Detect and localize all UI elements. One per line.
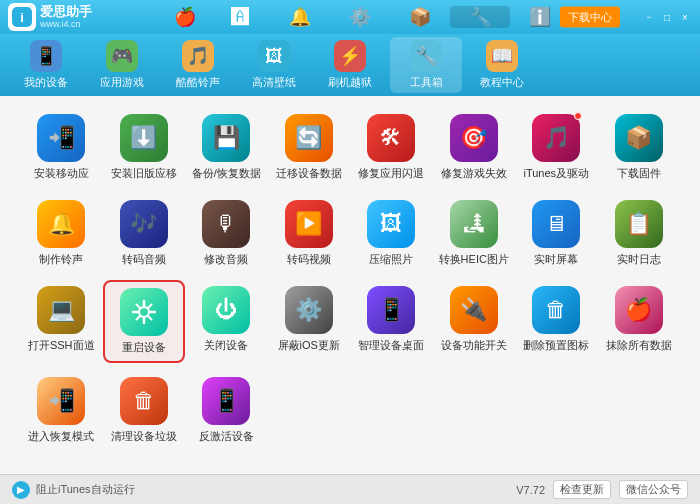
nav-item-ringtone[interactable]: 🎵 酷酷铃声 [162,37,234,93]
app-item-itunes-driver[interactable]: 🎵 iTunes及驱动 [515,108,598,186]
app-item-recovery-mode[interactable]: 📲 进入恢复模式 [20,371,103,449]
app-emoji-migrate-data: 🔄 [295,125,322,151]
download-center-button[interactable]: 下载中心 [560,7,620,28]
app-icon-smart-desktop: 📱 [367,286,415,334]
status-right: V7.72 检查更新 微信公众号 [516,480,688,499]
app-item-restart-device[interactable]: 重启设备 [103,280,186,362]
app-icon-remove-system-app: 🗑 [532,286,580,334]
app-item-erase-all[interactable]: 🍎 抹除所有数据 [598,280,681,362]
titlebar: i 爱思助手 www.i4.cn 🍎 🅰 🔔 ⚙️ 📦 🔧 ℹ️ [0,0,700,34]
close-button[interactable]: × [678,10,692,24]
app-icon-downgrade-ios: ⚙️ [285,286,333,334]
app-icon-anti-addiction: 📱 [202,377,250,425]
app-emoji-shutdown-device: ⏻ [215,297,237,323]
app-emoji-feature-toggle: 🔌 [460,297,487,323]
app-label-repair-app-crash: 修复应用闪退 [358,167,424,180]
app-label-install-old: 安装旧版应移 [111,167,177,180]
nav-label-flash: 刷机越狱 [328,75,372,90]
nav-item-apps-games[interactable]: 🎮 应用游戏 [86,37,158,93]
navbar: 📱 我的设备 🎮 应用游戏 🎵 酷酷铃声 🖼 高清壁纸 ⚡ 刷机越狱 🔧 工具箱… [0,34,700,96]
app-emoji-transcode-heic: 🏞 [463,211,485,237]
nav-appstore[interactable]: 🅰 [210,7,270,28]
nav-label-tutorial: 教程中心 [480,75,524,90]
app-icon-itunes-driver: 🎵 [532,114,580,162]
nav-dropbox[interactable]: 📦 [390,6,450,28]
app-label-make-ringtone: 制作铃声 [39,253,83,266]
nav-item-my-device[interactable]: 📱 我的设备 [10,37,82,93]
app-icon-download-firmware: 📦 [615,114,663,162]
app-emoji-backup-restore: 💾 [213,125,240,151]
app-item-backup-restore[interactable]: 💾 备份/恢复数据 [185,108,268,186]
app-item-feature-toggle[interactable]: 🔌 设备功能开关 [433,280,516,362]
app-label-migrate-data: 迁移设备数据 [276,167,342,180]
nav-item-tutorial[interactable]: 📖 教程中心 [466,37,538,93]
wechat-button[interactable]: 微信公众号 [619,480,688,499]
logo-url: www.i4.cn [40,19,92,29]
nav-label-toolbox: 工具箱 [410,75,443,90]
app-label-downgrade-ios: 屏蔽iOS更新 [278,339,340,352]
nav-item-wallpaper[interactable]: 🖼 高清壁纸 [238,37,310,93]
minimize-button[interactable]: － [642,10,656,24]
nav-icon-wallpaper: 🖼 [258,40,290,72]
app-item-repair-app-crash[interactable]: 🛠 修复应用闪退 [350,108,433,186]
app-label-download-firmware: 下载固件 [617,167,661,180]
app-emoji-download-firmware: 📦 [625,125,652,151]
app-emoji-erase-all: 🍎 [625,297,652,323]
nav-settings-cog[interactable]: ⚙️ [330,6,390,28]
nav-item-toolbox[interactable]: 🔧 工具箱 [390,37,462,93]
maximize-button[interactable]: □ [660,10,674,24]
app-item-realtime-screen[interactable]: 🖥 实时屏幕 [515,194,598,272]
app-item-install-old[interactable]: ⬇️ 安装旧版应移 [103,108,186,186]
app-item-compress-photo[interactable]: 🖼 压缩照片 [350,194,433,272]
app-item-smart-desktop[interactable]: 📱 智理设备桌面 [350,280,433,362]
app-item-migrate-data[interactable]: 🔄 迁移设备数据 [268,108,351,186]
app-item-open-ssh[interactable]: 💻 打开SSH面道 [20,280,103,362]
app-label-realtime-log: 实时日志 [617,253,661,266]
itunes-icon: ▶ [12,481,30,499]
app-icon-restart-device [120,288,168,336]
nav-icon-ringtone: 🎵 [182,40,214,72]
app-icon-shutdown-device: ⏻ [202,286,250,334]
app-item-anti-addiction[interactable]: 📱 反激活设备 [185,371,268,449]
app-emoji-downgrade-ios: ⚙️ [295,297,322,323]
nav-label-my-device: 我的设备 [24,75,68,90]
app-item-download-firmware[interactable]: 📦 下载固件 [598,108,681,186]
app-icon-repair-game: 🎯 [450,114,498,162]
titlebar-navicons: 🍎 🅰 🔔 ⚙️ 📦 🔧 ℹ️ [160,0,570,34]
nav-icon-apps-games: 🎮 [106,40,138,72]
app-item-edit-audio[interactable]: 🎙 修改音频 [185,194,268,272]
app-item-realtime-log[interactable]: 📋 实时日志 [598,194,681,272]
app-icon-transcode-audio: 🎶 [120,200,168,248]
app-icon-erase-all: 🍎 [615,286,663,334]
app-item-remove-system-app[interactable]: 🗑 删除预置图标 [515,280,598,362]
nav-icon-my-device: 📱 [30,40,62,72]
nav-label-apps-games: 应用游戏 [100,75,144,90]
app-item-clean-junk[interactable]: 🗑 清理设备垃圾 [103,371,186,449]
app-item-transcode-heic[interactable]: 🏞 转换HEIC图片 [433,194,516,272]
app-item-make-ringtone[interactable]: 🔔 制作铃声 [20,194,103,272]
app-item-repair-game[interactable]: 🎯 修复游戏失效 [433,108,516,186]
svg-line-5 [147,305,151,309]
app-label-anti-addiction: 反激活设备 [199,430,254,443]
nav-tools-active[interactable]: 🔧 [450,6,510,28]
nav-bell[interactable]: 🔔 [270,6,330,28]
logo-area: i 爱思助手 www.i4.cn [8,3,92,31]
app-grid: 📲 安装移动应 ⬇️ 安装旧版应移 💾 备份/恢复数据 🔄 [20,108,680,449]
nav-item-flash[interactable]: ⚡ 刷机越狱 [314,37,386,93]
app-icon-clean-junk: 🗑 [120,377,168,425]
app-item-transcode-video[interactable]: ▶️ 转码视频 [268,194,351,272]
app-item-transcode-audio[interactable]: 🎶 转码音频 [103,194,186,272]
app-item-shutdown-device[interactable]: ⏻ 关闭设备 [185,280,268,362]
svg-line-4 [147,316,151,320]
nav-apple[interactable]: 🍎 [160,6,210,28]
app-emoji-edit-audio: 🎙 [215,211,237,237]
app-item-install-app[interactable]: 📲 安装移动应 [20,108,103,186]
app-emoji-install-app: 📲 [48,125,75,151]
app-label-transcode-video: 转码视频 [287,253,331,266]
app-emoji-repair-app-crash: 🛠 [380,125,402,151]
check-update-button[interactable]: 检查更新 [553,480,611,499]
nav-icon-tutorial: 📖 [486,40,518,72]
app-label-erase-all: 抹除所有数据 [606,339,672,352]
app-item-downgrade-ios[interactable]: ⚙️ 屏蔽iOS更新 [268,280,351,362]
app-icon-realtime-log: 📋 [615,200,663,248]
